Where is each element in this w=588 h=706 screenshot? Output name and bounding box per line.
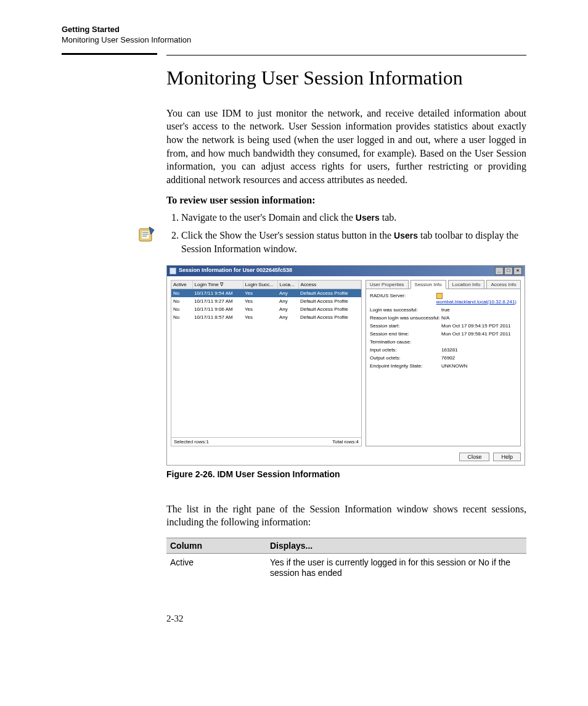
table-row[interactable]: No10/17/11 9:27 AMYesAnyDefault Access P… [171,297,361,305]
detail-row: Output octets:76902 [370,355,517,361]
main-content: Monitoring User Session Information You … [166,55,526,624]
dialog-buttons: Close Help [167,450,525,465]
maximize-icon[interactable]: □ [504,267,513,275]
section-title: Monitoring User Session Information [62,35,526,46]
total-rows: Total rows:4 [332,439,359,445]
selected-rows: Selected rows:1 [174,439,209,445]
running-header: Getting Started Monitoring User Session … [62,25,526,46]
window-controls: _□× [494,267,522,275]
detail-row: Termination cause: [370,339,517,345]
close-icon[interactable]: × [513,267,522,275]
coltable-col: Active [166,553,266,583]
detail-row: Endpoint Integrity State:UNKNOWN [370,363,517,369]
help-button[interactable]: Help [493,453,521,461]
col-active[interactable]: Active [171,281,192,289]
procedure-steps: Navigate to the user's Domain and click … [166,211,526,256]
session-info-panel: RADIUS Server:wombat.blackland.local(10.… [365,289,521,446]
window-title: Session Information for User 0022645fc53… [179,267,292,273]
coltable-header-displays: Displays... [266,538,526,553]
detail-row: Session end time:Mon Oct 17 09:58:41 PDT… [370,331,517,337]
procedure-heading: To review user session information: [166,195,526,206]
tab-location-info[interactable]: Location Info [448,280,485,289]
body-paragraph-2: The list in the right pane of the Sessio… [166,503,526,529]
table-row[interactable]: No10/17/11 9:06 AMYesAnyDefault Access P… [171,305,361,313]
note-icon [137,224,157,244]
chapter-title: Getting Started [62,25,526,35]
close-button[interactable]: Close [459,453,489,461]
step-2: Click the Show the User's session status… [181,229,526,257]
session-info-screenshot: Session Information for User 0022645fc53… [166,265,525,466]
host-icon [436,293,443,299]
coltable-disp: Yes if the user is currently logged in f… [266,553,526,583]
page-heading: Monitoring User Session Information [166,67,526,89]
table-row[interactable]: No10/17/11 8:57 AMYesAnyDefault Access P… [171,313,361,321]
step-1: Navigate to the user's Domain and click … [181,211,526,224]
svg-rect-1 [141,231,150,239]
col-login-succ[interactable]: Login Succ... [243,281,277,289]
session-grid[interactable]: Active Login Time ∇ Login Succ... Loca..… [171,281,361,437]
radius-server-link[interactable]: wombat.blackland.local(10.32.8.241) [436,293,517,305]
session-grid-pane: Active Login Time ∇ Login Succ... Loca..… [171,280,362,446]
header-rule [62,53,157,55]
detail-tabs: User PropertiesSession InfoLocation Info… [365,280,521,289]
col-access[interactable]: Access [298,281,361,289]
detail-row: Input octets:163281 [370,347,517,353]
page-number: 2-32 [166,614,526,624]
col-location[interactable]: Loca... [277,281,298,289]
table-row[interactable]: No10/17/11 9:54 AMYesAnyDefault Access P… [171,289,361,297]
col-login-time[interactable]: Login Time ∇ [192,281,243,289]
tab-access-info[interactable]: Access Info [486,280,520,289]
intro-paragraph: You can use IDM to just monitor the netw… [166,107,526,187]
tab-user-properties[interactable]: User Properties [365,280,409,289]
window-titlebar: Session Information for User 0022645fc53… [167,266,525,276]
grid-footer: Selected rows:1 Total rows:4 [171,437,361,446]
figure-caption: Figure 2-26. IDM User Session Informatio… [166,469,526,479]
detail-row: Reason login was unsuccessful:N/A [370,315,517,321]
column-description-table: Column Displays... Active Yes if the use… [166,538,526,583]
detail-pane: User PropertiesSession InfoLocation Info… [365,280,521,446]
tab-session-info[interactable]: Session Info [410,280,446,289]
table-row: Active Yes if the user is currently logg… [166,553,526,583]
detail-row: RADIUS Server:wombat.blackland.local(10.… [370,293,517,305]
minimize-icon[interactable]: _ [495,267,504,275]
coltable-header-column: Column [166,538,266,553]
detail-row: Session start:Mon Oct 17 09:54:15 PDT 20… [370,323,517,329]
detail-row: Login was successful:true [370,307,517,313]
